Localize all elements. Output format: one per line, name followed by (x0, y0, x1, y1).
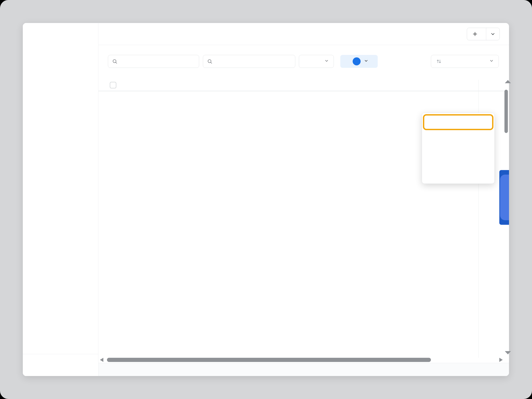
sort-button[interactable] (431, 55, 499, 68)
sort-arrows-icon (436, 58, 442, 65)
add-vehicle-dropdown-button[interactable] (486, 28, 500, 40)
chevron-down-icon (364, 58, 369, 65)
more-filters-button[interactable] (340, 55, 378, 68)
scroll-left-arrow[interactable] (100, 358, 103, 362)
sidebar (23, 23, 98, 376)
chevron-down-icon (490, 31, 496, 37)
search-icon (112, 58, 118, 64)
page-header (98, 23, 509, 45)
chevron-down-icon (489, 58, 494, 65)
vertical-scrollbar-thumb[interactable] (504, 90, 508, 133)
table-footer (98, 363, 509, 376)
add-vehicle-split-button (467, 28, 500, 40)
add-vehicle-button[interactable] (467, 28, 486, 40)
gateway-search-input-wrap (203, 55, 295, 68)
plus-icon (472, 31, 478, 37)
search-input-wrap (108, 55, 199, 68)
sidebar-search[interactable] (23, 44, 98, 57)
select-all-checkbox[interactable] (110, 82, 116, 88)
scroll-right-arrow[interactable] (499, 358, 503, 362)
active-filter-count-badge (353, 57, 361, 65)
chevron-down-icon (324, 58, 329, 65)
feedback-tab[interactable] (499, 170, 509, 225)
search-icon (207, 58, 213, 64)
horizontal-scrollbar-thumb[interactable] (107, 358, 431, 362)
row-context-menu (422, 113, 494, 184)
filter-bar (98, 55, 509, 68)
app-window (23, 23, 509, 376)
group-filter-button[interactable] (299, 55, 334, 68)
main-content (98, 23, 509, 376)
feedback-tab-inner (500, 175, 509, 220)
scroll-up-arrow[interactable] (505, 80, 511, 83)
scroll-down-arrow[interactable] (505, 351, 511, 354)
table-header (98, 80, 504, 91)
motive-logo (23, 23, 98, 44)
sidebar-footer (23, 354, 98, 376)
gateway-search-input[interactable] (216, 58, 291, 64)
desktop-background (0, 0, 532, 399)
search-input[interactable] (121, 58, 195, 64)
